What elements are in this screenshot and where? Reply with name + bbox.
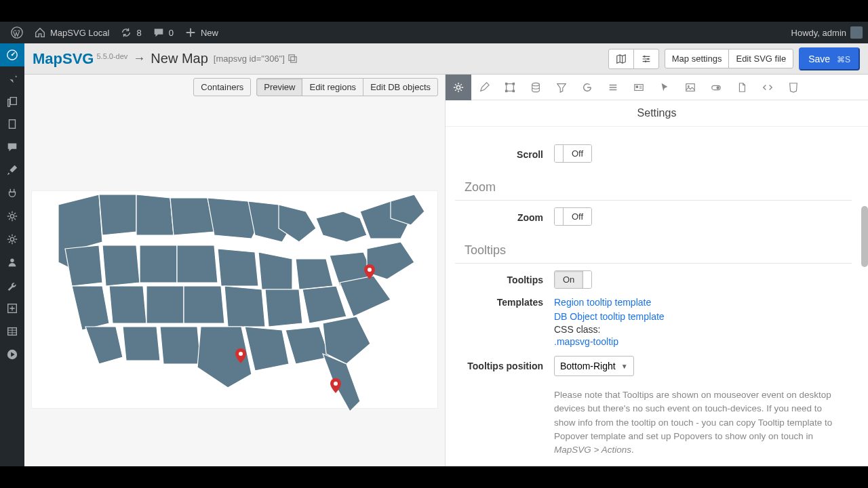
svg-point-0 [12, 27, 22, 38]
gear-icon [6, 210, 18, 222]
sidebar-item-import[interactable] [0, 297, 24, 320]
sidebar-item-users[interactable] [0, 251, 24, 274]
tool-settings[interactable] [446, 75, 471, 100]
region-tooltip-link[interactable]: Region tooltip template [554, 296, 852, 310]
edit-svg-button[interactable]: Edit SVG file [728, 49, 793, 68]
svg-rect-21 [505, 82, 508, 85]
map-name[interactable]: New Map [151, 51, 208, 66]
tool-directory[interactable] [600, 75, 626, 100]
tool-toggle[interactable] [703, 75, 729, 100]
tool-gallery[interactable] [677, 75, 703, 100]
tab-edit-regions[interactable]: Edit regions [302, 78, 363, 96]
save-shortcut: ⌘S [837, 55, 850, 64]
account-menu[interactable]: Howdy, admin [791, 26, 863, 39]
sidebar-item-plugins[interactable] [0, 182, 24, 205]
usa-map [32, 191, 437, 408]
google-icon [582, 82, 593, 93]
copy-shortcode-button[interactable] [288, 54, 298, 64]
sidebar-item-appearance[interactable] [0, 159, 24, 182]
sidebar-item-table[interactable] [0, 320, 24, 343]
toggle-icon [711, 82, 722, 93]
map-marker[interactable] [364, 264, 375, 279]
tool-database[interactable] [523, 75, 549, 100]
tool-colors[interactable] [471, 75, 497, 100]
svg-point-6 [10, 259, 14, 262]
comments-link[interactable]: 0 [147, 22, 179, 43]
zoom-label: Zoom [446, 212, 554, 223]
breadcrumb-arrow: → [133, 52, 145, 66]
tooltips-section: Tooltips [455, 235, 852, 264]
right-toolbar [446, 75, 868, 100]
tool-filters[interactable] [549, 75, 574, 100]
tooltips-note: Please note that Tooltips are shown on m… [554, 388, 846, 457]
file-icon [736, 82, 747, 93]
list-icon [608, 82, 618, 93]
right-pane: Settings Scroll Off Zoom Zoom [445, 75, 868, 466]
tooltips-label: Tooltips [446, 274, 554, 285]
sidebar-item-settings[interactable] [0, 205, 24, 228]
tool-actions[interactable] [652, 75, 677, 100]
scroll-toggle[interactable]: Off [554, 144, 592, 163]
sidebar-item-play[interactable] [0, 343, 24, 366]
tab-edit-db[interactable]: Edit DB objects [363, 78, 438, 96]
map-marker[interactable] [330, 378, 341, 393]
media-icon [6, 95, 18, 107]
scrollbar-thumb[interactable] [861, 206, 868, 267]
tool-details[interactable] [626, 75, 652, 100]
css-prefix: CSS class: [554, 324, 600, 335]
sliders-view-button[interactable] [633, 49, 659, 69]
zoom-section: Zoom [455, 172, 852, 201]
plug-icon [6, 187, 18, 199]
css-icon [788, 82, 799, 93]
table-icon [6, 325, 18, 338]
sidebar-item-posts[interactable] [0, 66, 24, 89]
svg-point-16 [368, 268, 372, 272]
svg-point-31 [716, 86, 719, 89]
save-button[interactable]: Save ⌘S [799, 47, 860, 70]
tool-google[interactable] [574, 75, 600, 100]
map-settings-button[interactable]: Map settings [665, 49, 730, 68]
tool-js[interactable] [755, 75, 781, 100]
sidebar-item-dashboard[interactable] [0, 43, 24, 66]
map-view-button[interactable] [608, 49, 634, 69]
copy-icon [288, 54, 298, 64]
brand[interactable]: MapSVG [33, 50, 94, 68]
tab-preview[interactable]: Preview [256, 78, 302, 96]
plus-icon [184, 26, 197, 39]
tool-templates[interactable] [729, 75, 755, 100]
sidebar-item-pages[interactable] [0, 113, 24, 136]
avatar [850, 26, 863, 39]
map-marker[interactable] [235, 348, 246, 363]
gauge-icon [6, 49, 18, 61]
howdy-text: Howdy, admin [791, 28, 846, 38]
tooltips-toggle[interactable]: On [554, 270, 592, 289]
svg-rect-23 [505, 89, 508, 92]
user-icon [6, 256, 18, 268]
refresh-icon [120, 26, 132, 39]
tool-regions[interactable] [497, 75, 523, 100]
css-class-link[interactable]: .mapsvg-tooltip [554, 335, 852, 349]
site-link[interactable]: MapSVG Local [28, 22, 115, 43]
new-label: New [201, 28, 218, 38]
zoom-value: Off [564, 208, 591, 225]
sidebar-item-media[interactable] [0, 89, 24, 113]
sidebar-item-tools[interactable] [0, 274, 24, 297]
updates-link[interactable]: 8 [115, 22, 146, 43]
tab-containers[interactable]: Containers [193, 78, 251, 96]
db-tooltip-link[interactable]: DB Object tooltip template [554, 310, 852, 324]
map-preview[interactable] [31, 190, 438, 409]
sidebar-item-comments[interactable] [0, 136, 24, 159]
position-select[interactable]: Bottom-Right ▼ [554, 356, 634, 376]
letterbox-bottom [0, 466, 868, 488]
new-link[interactable]: New [179, 22, 224, 43]
svg-rect-27 [636, 85, 639, 88]
wp-sidebar [0, 43, 24, 466]
svg-rect-22 [513, 82, 515, 85]
tool-css[interactable] [781, 75, 806, 100]
zoom-toggle[interactable]: Off [554, 207, 592, 226]
version: 5.5.0-dev [96, 52, 127, 60]
svg-point-14 [645, 60, 647, 62]
tooltips-value: On [555, 271, 583, 288]
sidebar-item-settings2[interactable] [0, 228, 24, 251]
wp-logo[interactable] [5, 22, 28, 43]
